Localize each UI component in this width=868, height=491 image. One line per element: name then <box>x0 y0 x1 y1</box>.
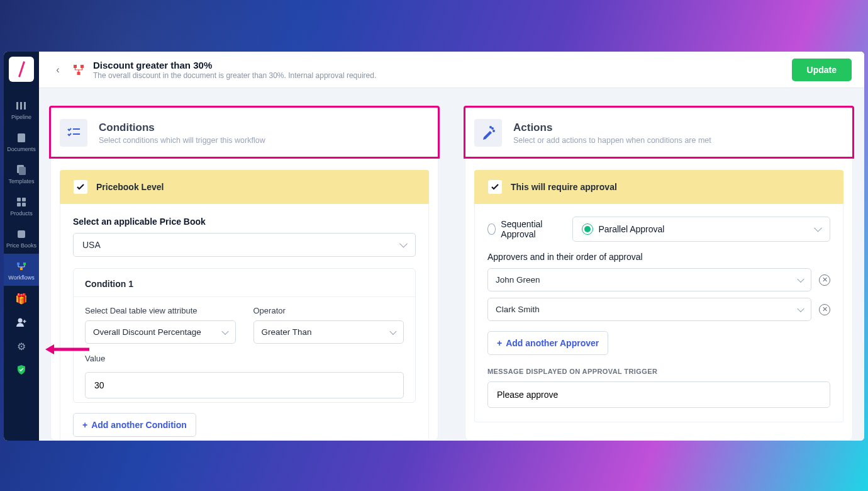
sidebar-item-label: Products <box>10 210 33 217</box>
products-icon <box>15 196 28 208</box>
radio-parallel[interactable]: Parallel Approval <box>572 217 830 242</box>
value-input[interactable] <box>85 372 404 398</box>
approver-select[interactable]: Clark Smith <box>487 298 811 321</box>
sidebar-item-documents[interactable]: Documents <box>4 125 39 157</box>
plus-icon: + <box>497 338 502 348</box>
actions-body: Sequential Approval Parallel Approval Ap… <box>474 204 843 422</box>
message-input[interactable] <box>487 381 830 408</box>
sidebar-item-price-books[interactable]: Price Books <box>4 222 39 254</box>
gift-icon: 🎁 <box>15 292 28 305</box>
add-condition-button[interactable]: +Add another Condition <box>73 413 196 437</box>
pipeline-icon <box>15 99 28 112</box>
sidebar-item-label: Pipeline <box>11 114 31 120</box>
svg-rect-3 <box>18 133 25 142</box>
templates-icon <box>15 164 28 176</box>
approvers-label: Approvers and in their order of approval <box>487 252 830 262</box>
svg-rect-16 <box>81 65 84 68</box>
radio-icon <box>487 223 496 235</box>
app-logo[interactable] <box>9 57 34 82</box>
pricebook-select[interactable]: USA <box>73 233 416 257</box>
pricebook-level-label: Pricebook Level <box>96 182 164 192</box>
radio-sequential[interactable]: Sequential Approval <box>487 219 556 239</box>
svg-point-14 <box>18 319 23 323</box>
operator-label: Operator <box>253 306 404 315</box>
actions-icon <box>474 119 502 147</box>
checkbox-checked-icon[interactable] <box>74 180 87 194</box>
sidebar-item-status[interactable] <box>4 358 39 381</box>
main: ‹ Discount greater than 30% The overall … <box>39 52 864 441</box>
actions-subtitle: Select or add actions to happen when con… <box>513 136 711 145</box>
svg-point-22 <box>490 127 491 128</box>
app-window: Pipeline Documents Templates Products Pr… <box>4 52 864 441</box>
sidebar-item-label: Documents <box>7 146 36 152</box>
svg-rect-11 <box>17 262 19 265</box>
conditions-icon <box>60 119 87 147</box>
sidebar-item-workflows[interactable]: Workflows <box>4 254 39 286</box>
sidebar-item-templates[interactable]: Templates <box>4 157 39 189</box>
svg-point-20 <box>492 128 493 129</box>
checkbox-checked-icon[interactable] <box>488 180 502 194</box>
actions-panel: Actions Select or add actions to happen … <box>465 107 853 441</box>
svg-rect-5 <box>19 167 26 175</box>
sidebar-item-products[interactable]: Products <box>4 189 39 222</box>
svg-rect-2 <box>24 102 26 110</box>
remove-approver-icon[interactable]: ✕ <box>819 304 830 315</box>
sidebar-item-label: Templates <box>8 178 34 184</box>
svg-rect-8 <box>17 203 21 206</box>
operator-select[interactable]: Greater Than <box>253 320 404 344</box>
add-user-icon <box>15 316 28 329</box>
svg-marker-24 <box>45 344 54 354</box>
actions-title: Actions <box>513 121 711 134</box>
approval-label: This will require approval <box>511 182 617 192</box>
svg-point-21 <box>493 130 494 132</box>
conditions-header: Conditions Select conditions which will … <box>49 106 440 159</box>
approval-section: This will require approval <box>474 170 843 204</box>
workflows-icon <box>15 260 28 273</box>
svg-rect-10 <box>18 230 25 238</box>
conditions-panel: Conditions Select conditions which will … <box>50 107 438 441</box>
workflow-icon <box>73 64 84 76</box>
sidebar-item-label: Price Books <box>6 242 36 249</box>
conditions-title: Conditions <box>99 121 265 134</box>
sidebar-item-add-user[interactable] <box>4 310 39 334</box>
shield-check-icon <box>15 364 28 376</box>
annotation-arrow-icon <box>45 342 91 356</box>
sidebar-item-label: Workflows <box>8 274 34 281</box>
pricebook-label: Select an applicable Price Book <box>73 217 416 227</box>
price-books-icon <box>15 228 28 240</box>
approver-row: John Green ✕ <box>487 268 830 291</box>
conditions-body: Select an applicable Price Book USA Cond… <box>60 204 429 441</box>
pricebook-level-section: Pricebook Level <box>60 170 429 204</box>
sidebar-item-settings[interactable]: ⚙ <box>4 334 39 358</box>
sidebar: Pipeline Documents Templates Products Pr… <box>4 52 39 441</box>
condition-title: Condition 1 <box>85 279 404 289</box>
attribute-label: Select Deal table view attribute <box>85 306 236 315</box>
svg-rect-7 <box>22 198 26 201</box>
content: Conditions Select conditions which will … <box>39 88 864 441</box>
value-label: Value <box>85 354 404 363</box>
radio-icon <box>582 223 593 235</box>
svg-rect-15 <box>74 65 77 68</box>
approver-select[interactable]: John Green <box>487 268 811 291</box>
slash-logo-icon <box>18 61 25 77</box>
page-title: Discount greater than 30% <box>93 60 376 71</box>
svg-rect-17 <box>77 72 81 75</box>
svg-rect-6 <box>17 198 21 201</box>
update-button[interactable]: Update <box>792 59 852 81</box>
plus-icon: + <box>82 420 87 430</box>
svg-rect-9 <box>22 203 26 206</box>
actions-header: Actions Select or add actions to happen … <box>464 106 854 159</box>
sidebar-item-pipeline[interactable]: Pipeline <box>4 93 39 125</box>
svg-rect-0 <box>16 102 18 110</box>
back-button[interactable]: ‹ <box>52 64 64 76</box>
remove-approver-icon[interactable]: ✕ <box>819 274 830 286</box>
header: ‹ Discount greater than 30% The overall … <box>39 52 864 88</box>
attribute-select[interactable]: Overall Discount Percentage <box>85 320 236 344</box>
condition-card: Condition 1 Select Deal table view attri… <box>73 268 416 403</box>
page-subtitle: The overall discount in the document is … <box>93 71 376 80</box>
svg-rect-1 <box>20 102 22 110</box>
svg-rect-13 <box>20 268 23 270</box>
svg-rect-12 <box>23 262 26 265</box>
add-approver-button[interactable]: +Add another Approver <box>487 331 608 355</box>
sidebar-item-rewards[interactable]: 🎁 <box>4 286 39 310</box>
